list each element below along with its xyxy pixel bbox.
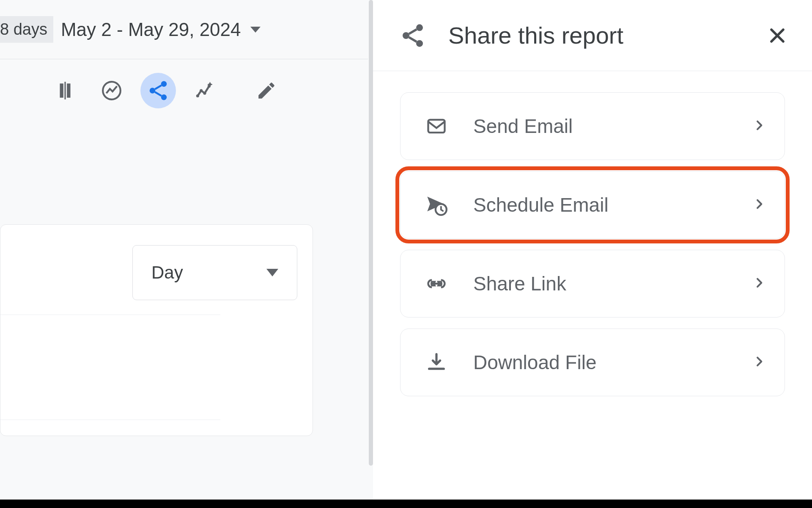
share-button[interactable] xyxy=(140,73,176,108)
download-icon xyxy=(423,351,450,373)
compare-icon xyxy=(55,80,76,101)
date-range-picker[interactable]: May 2 - May 29, 2024 xyxy=(61,19,261,40)
insights-button[interactable] xyxy=(94,73,129,108)
share-icon xyxy=(147,79,170,102)
edit-button[interactable] xyxy=(249,73,284,108)
share-options-list: Send Email Schedule Email Share Link xyxy=(373,71,812,396)
option-label: Schedule Email xyxy=(473,193,752,216)
schedule-email-option[interactable]: Schedule Email xyxy=(400,171,785,239)
chevron-right-icon xyxy=(752,197,766,213)
share-panel-title: Share this report xyxy=(448,22,761,49)
dropdown-caret-icon xyxy=(266,269,278,276)
link-icon xyxy=(423,273,450,295)
share-panel: Share this report Send Email Schedule Em… xyxy=(373,0,812,508)
svg-point-8 xyxy=(416,24,423,31)
dropdown-caret-icon xyxy=(250,27,261,33)
main-content: 8 days May 2 - May 29, 2024 xyxy=(0,0,368,508)
share-panel-header: Share this report xyxy=(373,0,812,71)
option-label: Download File xyxy=(473,351,752,374)
chevron-right-icon xyxy=(752,355,766,370)
bottom-bar xyxy=(0,500,812,508)
share-icon xyxy=(399,22,426,49)
schedule-send-icon xyxy=(423,194,450,216)
compare-button[interactable] xyxy=(47,73,83,108)
share-link-option[interactable]: Share Link xyxy=(400,250,785,318)
report-toolbar xyxy=(0,59,368,108)
days-count-chip: 8 days xyxy=(0,16,53,43)
card-divider xyxy=(0,315,220,315)
svg-point-3 xyxy=(161,94,167,100)
explore-button[interactable] xyxy=(187,73,222,108)
option-label: Send Email xyxy=(473,115,752,138)
granularity-dropdown[interactable]: Day xyxy=(132,245,297,300)
svg-point-1 xyxy=(161,81,167,87)
granularity-label: Day xyxy=(151,262,183,283)
chart-card: Day xyxy=(0,224,313,436)
date-range-text: May 2 - May 29, 2024 xyxy=(61,19,241,40)
svg-point-4 xyxy=(196,94,199,97)
close-icon xyxy=(767,25,787,46)
svg-point-9 xyxy=(403,32,409,39)
trend-circle-icon xyxy=(101,80,122,101)
chevron-right-icon xyxy=(752,276,766,291)
close-button[interactable] xyxy=(761,19,793,52)
send-email-option[interactable]: Send Email xyxy=(400,92,785,160)
panel-resize-handle[interactable] xyxy=(369,0,373,466)
date-range-bar: 8 days May 2 - May 29, 2024 xyxy=(0,0,368,59)
svg-point-6 xyxy=(203,92,206,95)
pencil-icon xyxy=(256,80,277,101)
sparkle-trend-icon xyxy=(194,80,215,101)
svg-point-5 xyxy=(200,89,203,92)
svg-point-10 xyxy=(416,40,423,47)
svg-point-2 xyxy=(150,88,156,94)
svg-rect-13 xyxy=(432,283,441,284)
download-file-option[interactable]: Download File xyxy=(400,329,785,396)
chevron-right-icon xyxy=(752,119,766,134)
svg-rect-11 xyxy=(428,120,445,133)
mail-icon xyxy=(423,115,450,137)
card-divider xyxy=(0,420,220,420)
option-label: Share Link xyxy=(473,272,752,295)
